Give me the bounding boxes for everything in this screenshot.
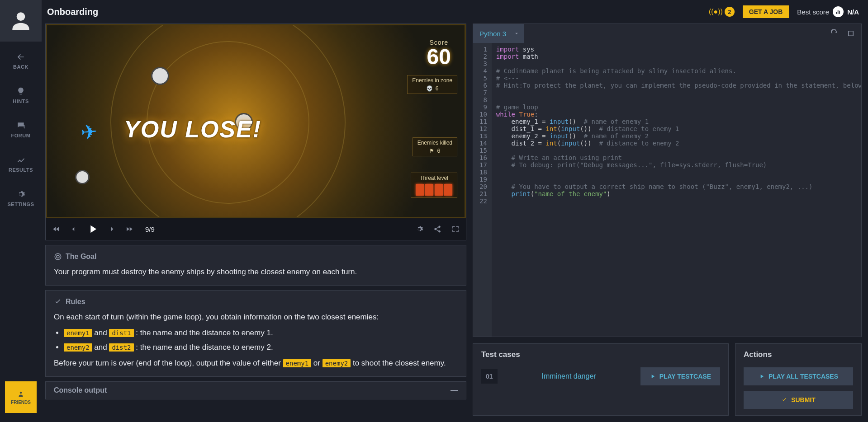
chart-icon (833, 6, 844, 17)
hud-enemies-in-zone: Enemies in zone 💀6 (407, 75, 457, 94)
nav-forum[interactable]: FORUM (11, 121, 31, 138)
page-title: Onboarding (47, 7, 98, 17)
testcases-heading: Test cases (481, 350, 720, 359)
friends-label: FRIENDS (11, 400, 31, 405)
nav-results[interactable]: RESULTS (9, 155, 33, 173)
best-score-label: Best score (797, 8, 829, 16)
game-viewer: ✈ YOU LOSE! Score 60 Enemies in zone 💀6 (45, 23, 466, 240)
svg-point-4 (438, 230, 441, 233)
console-label: Console output (54, 386, 107, 394)
submit-button[interactable]: SUBMIT (744, 391, 853, 409)
goal-text: Your program must destroy the enemy ship… (54, 266, 458, 278)
hud-enemies-killed: Enemies killed ⚑6 (413, 137, 457, 156)
expand-icon[interactable] (847, 29, 855, 38)
svg-point-2 (438, 226, 441, 228)
play-icon (759, 373, 765, 380)
forum-icon (16, 121, 25, 130)
refresh-icon[interactable] (830, 29, 839, 38)
nav-back-label: BACK (13, 64, 28, 70)
nav-back[interactable]: BACK (13, 52, 28, 70)
score-value: 60 (427, 46, 451, 68)
play-testcase-button[interactable]: PLAY TESTCASE (640, 367, 720, 385)
enemy-sprite (151, 67, 169, 85)
friends-button[interactable]: FRIENDS (5, 381, 37, 413)
gear-icon (16, 190, 25, 199)
broadcast-icon: ((●)) (709, 8, 723, 16)
rules-intro: On each start of turn (within the game l… (54, 311, 458, 323)
user-icon (8, 8, 33, 33)
nav-forum-label: FORUM (11, 133, 31, 138)
game-canvas: ✈ YOU LOSE! Score 60 Enemies in zone 💀6 (46, 24, 466, 218)
rules-bullet-1: enemy1 and dist1 : the name and the dist… (64, 327, 458, 339)
check-icon (781, 397, 787, 403)
rewind-button[interactable] (52, 225, 60, 233)
prev-frame-button[interactable] (69, 225, 77, 233)
testcase-row: 01 Imminent danger PLAY TESTCASE (481, 367, 720, 385)
next-frame-button[interactable] (108, 225, 116, 233)
lightbulb-icon (16, 87, 25, 96)
best-score: Best score N/A (797, 6, 859, 17)
settings-icon[interactable] (415, 225, 423, 233)
play-all-button[interactable]: PLAY ALL TESTCASES (744, 367, 853, 385)
fullscreen-icon[interactable] (451, 225, 460, 233)
play-button[interactable] (86, 223, 99, 235)
enemy-sprite (75, 170, 90, 184)
svg-point-1 (20, 391, 22, 394)
minimize-icon[interactable]: — (451, 386, 458, 394)
get-job-button[interactable]: GET A JOB (743, 5, 789, 18)
nav-hints-label: HINTS (13, 98, 29, 104)
sidebar: BACK HINTS FORUM RESULTS SETTINGS FRIEND… (0, 0, 42, 422)
broadcast-count: 2 (725, 7, 735, 17)
nav-hints[interactable]: HINTS (13, 87, 29, 104)
svg-point-6 (57, 255, 59, 258)
topbar: Onboarding ((●)) 2 GET A JOB Best score … (42, 0, 868, 23)
console-output-header[interactable]: Console output — (45, 381, 466, 399)
best-score-value: N/A (847, 8, 859, 16)
rules-bullet-2: enemy2 and dist2 : the name and the dist… (64, 342, 458, 353)
rules-section: Rules On each start of turn (within the … (45, 290, 466, 377)
nav-settings[interactable]: SETTINGS (7, 190, 34, 207)
frame-indicator: 9/9 (145, 225, 155, 233)
testcase-number: 01 (481, 369, 498, 384)
play-icon (650, 373, 656, 380)
nav-settings-label: SETTINGS (7, 202, 34, 207)
language-label: Python 3 (479, 30, 506, 38)
code-editor-panel: Python 3 1234567891011121314151617181920… (473, 23, 862, 337)
playback-controls: 9/9 (46, 218, 466, 240)
player-ship: ✈ (80, 119, 99, 144)
check-icon (54, 298, 62, 306)
rules-heading: Rules (66, 298, 85, 306)
nav-results-label: RESULTS (9, 167, 33, 173)
arrow-left-icon (16, 52, 25, 61)
share-icon[interactable] (433, 225, 441, 233)
goal-section: The Goal Your program must destroy the e… (45, 245, 466, 286)
broadcast-indicator[interactable]: ((●)) 2 (709, 7, 735, 17)
testcases-panel: Test cases 01 Imminent danger PLAY TESTC… (473, 343, 729, 416)
svg-point-0 (17, 12, 25, 21)
lose-banner: YOU LOSE! (124, 116, 261, 143)
friends-icon (17, 390, 25, 398)
target-icon (54, 253, 62, 261)
svg-point-3 (434, 228, 436, 230)
rules-output: Before your turn is over (end of the loo… (54, 357, 458, 369)
actions-panel: Actions PLAY ALL TESTCASES SUBMIT (735, 343, 862, 416)
code-editor[interactable]: 12345678910111213141516171819202122 impo… (473, 43, 861, 337)
avatar[interactable] (0, 0, 42, 42)
language-selector[interactable]: Python 3 (473, 24, 524, 43)
fast-forward-button[interactable] (125, 225, 133, 233)
code-content[interactable]: import sys import math # CodinGame plane… (492, 43, 861, 337)
testcase-name[interactable]: Imminent danger (504, 372, 634, 380)
chevron-down-icon (513, 30, 520, 37)
actions-heading: Actions (744, 350, 853, 359)
hud-threat: Threat level (411, 173, 457, 198)
chart-line-icon (16, 155, 25, 164)
goal-heading: The Goal (66, 253, 96, 261)
svg-point-5 (55, 253, 61, 260)
